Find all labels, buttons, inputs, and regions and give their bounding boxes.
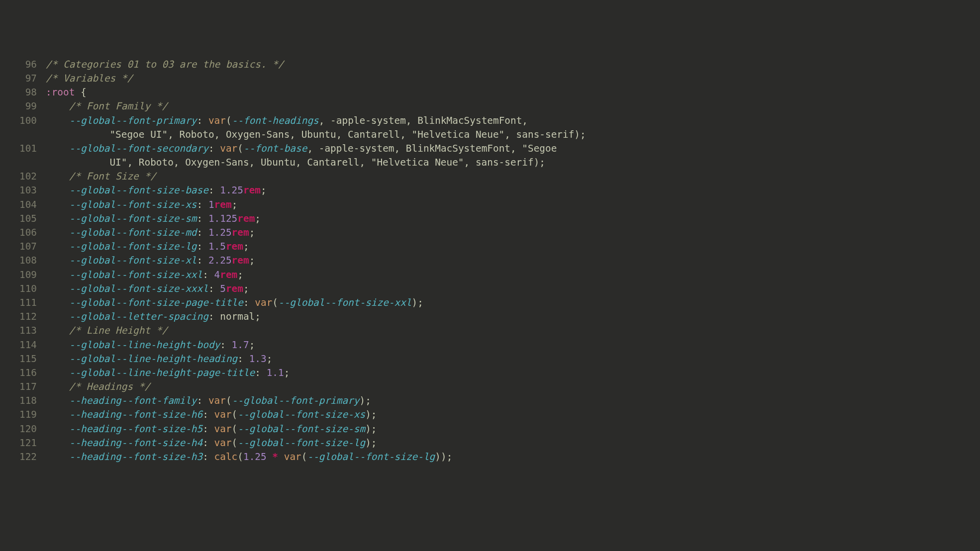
code-line[interactable]: --global--font-size-sm: 1.125rem; [46, 212, 980, 226]
code-token: : [208, 282, 220, 296]
code-line[interactable]: --global--font-secondary: var(--font-bas… [46, 142, 980, 156]
code-token: rem [243, 184, 261, 197]
code-token: : [255, 366, 266, 380]
code-line[interactable]: UI", Roboto, Oxygen-Sans, Ubuntu, Cantar… [46, 156, 980, 170]
code-token: --heading--font-size-h5 [69, 422, 203, 436]
code-token: : [202, 268, 214, 282]
code-token: ( [232, 436, 238, 450]
code-area[interactable]: /* Categories 01 to 03 are the basics. *… [46, 56, 980, 551]
code-token: ( [272, 296, 278, 310]
code-line[interactable]: --global--font-size-page-title: var(--gl… [46, 296, 980, 310]
code-line[interactable]: /* Variables */ [46, 72, 980, 86]
code-token: ; [243, 282, 249, 296]
code-token: : [197, 114, 208, 128]
code-line[interactable]: --global--font-size-lg: 1.5rem; [46, 240, 980, 254]
code-token: /* Variables */ [46, 72, 133, 86]
code-token: 1.1 [267, 366, 284, 380]
code-token: --global--font-size-xs [69, 198, 197, 212]
code-token: --global--font-size-xl [69, 254, 197, 268]
code-token: UI", Roboto, Oxygen-Sans, Ubuntu, Cantar… [109, 156, 533, 170]
code-token: : [202, 450, 214, 464]
line-number: 118 [0, 394, 37, 408]
line-number: 100 [0, 114, 37, 128]
code-token: ); [412, 296, 423, 310]
code-token: var [255, 296, 272, 310]
code-token: ); [534, 156, 545, 170]
code-token: --global--font-size-xs [237, 408, 365, 422]
code-line[interactable]: --heading--font-family: var(--global--fo… [46, 394, 980, 408]
code-token: --global--font-size-xxl [278, 296, 412, 310]
code-line[interactable]: /* Font Size */ [46, 170, 980, 184]
code-line[interactable]: --heading--font-size-h6: var(--global--f… [46, 408, 980, 422]
code-token: : [208, 184, 220, 197]
line-number: 106 [0, 226, 37, 240]
code-token: , [319, 114, 330, 128]
code-line[interactable]: --heading--font-size-h4: var(--global--f… [46, 436, 980, 450]
code-line[interactable]: --global--font-size-xl: 2.25rem; [46, 254, 980, 268]
code-token: calc [214, 450, 238, 464]
code-token: --global--font-size-sm [237, 422, 365, 436]
code-token: rem [232, 226, 249, 240]
line-number: 105 [0, 212, 37, 226]
code-token: --global--line-height-page-title [69, 366, 255, 380]
code-token: /* Line Height */ [69, 324, 168, 338]
code-line[interactable]: --global--font-size-xs: 1rem; [46, 198, 980, 212]
code-token: 5 [220, 282, 226, 296]
code-line[interactable]: --global--line-height-body: 1.7; [46, 338, 980, 352]
code-line[interactable]: --global--line-height-page-title: 1.1; [46, 366, 980, 380]
code-token: --global--font-primary [69, 114, 197, 128]
code-line[interactable]: /* Categories 01 to 03 are the basics. *… [46, 58, 980, 72]
code-token: ; [255, 310, 261, 324]
line-number-gutter: 96979899100.101.102103104105106107108109… [0, 56, 46, 551]
code-token: --global--font-primary [232, 394, 360, 408]
code-line[interactable]: --heading--font-size-h5: var(--global--f… [46, 422, 980, 436]
line-number: 121 [0, 436, 37, 450]
code-token: , [307, 142, 318, 156]
code-token: var [214, 436, 232, 450]
line-number: 103 [0, 184, 37, 197]
code-line[interactable]: --global--line-height-heading: 1.3; [46, 352, 980, 366]
code-token: : [197, 254, 208, 268]
line-number: 116 [0, 366, 37, 380]
code-token: 1.25 [208, 226, 232, 240]
code-token: /* Categories 01 to 03 are the basics. *… [46, 58, 284, 72]
code-line[interactable]: --heading--font-size-h3: calc(1.25 * var… [46, 450, 980, 464]
code-token: : [197, 226, 208, 240]
code-token: )); [435, 450, 452, 464]
code-token: ; [243, 240, 249, 254]
code-line[interactable]: /* Line Height */ [46, 324, 980, 338]
code-token: ); [365, 422, 377, 436]
code-token: var [284, 450, 301, 464]
code-token: 1.5 [208, 240, 226, 254]
code-token: ; [232, 198, 238, 212]
code-token: ; [255, 212, 261, 226]
code-line[interactable]: --global--letter-spacing: normal; [46, 310, 980, 324]
code-line[interactable]: --global--font-size-xxl: 4rem; [46, 268, 980, 282]
code-line[interactable]: "Segoe UI", Roboto, Oxygen-Sans, Ubuntu,… [46, 128, 980, 142]
code-token: : [243, 296, 255, 310]
line-number: 114 [0, 338, 37, 352]
line-number: 108 [0, 254, 37, 268]
code-token: : [202, 408, 214, 422]
code-line[interactable]: --global--font-size-xxxl: 5rem; [46, 282, 980, 296]
code-line[interactable]: :root { [46, 86, 980, 99]
code-token: --global--font-size-lg [237, 436, 365, 450]
line-number: 101 [0, 142, 37, 156]
code-line[interactable]: --global--font-size-base: 1.25rem; [46, 184, 980, 197]
code-line[interactable]: --global--font-primary: var(--font-headi… [46, 114, 980, 128]
code-token: ); [359, 394, 371, 408]
code-line[interactable]: /* Font Family */ [46, 99, 980, 113]
code-token: ; [284, 366, 290, 380]
line-number: 96 [0, 58, 37, 72]
code-token: --global--line-height-heading [69, 352, 238, 366]
code-line[interactable]: --global--font-size-md: 1.25rem; [46, 226, 980, 240]
code-token: --global--letter-spacing [69, 310, 208, 324]
code-editor[interactable]: 96979899100.101.102103104105106107108109… [0, 56, 980, 551]
code-token: --global--font-size-lg [307, 450, 435, 464]
line-number: 112 [0, 310, 37, 324]
code-token: --heading--font-size-h6 [69, 408, 203, 422]
code-line[interactable]: /* Headings */ [46, 380, 980, 394]
code-token: : [197, 198, 208, 212]
code-token: 1.25 [220, 184, 243, 197]
code-token: : [197, 394, 208, 408]
